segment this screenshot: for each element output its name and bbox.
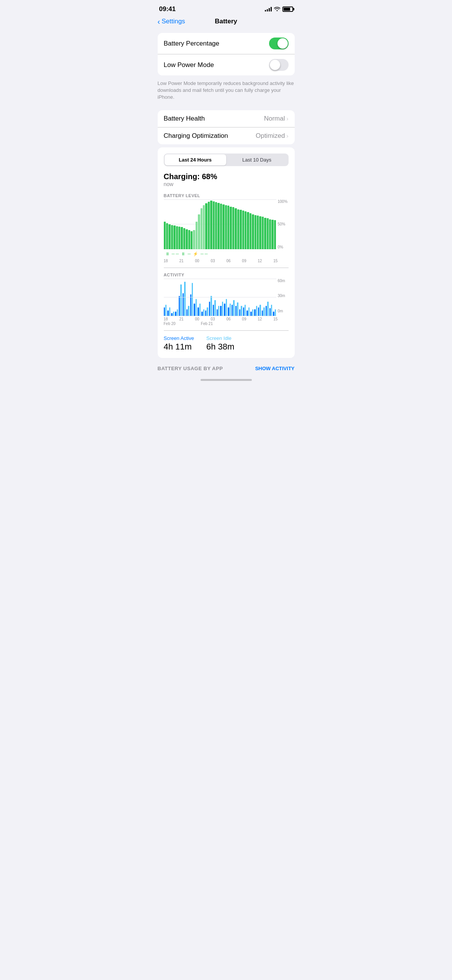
back-label: Settings [162,18,185,25]
signal-bars-icon [265,7,272,11]
charging-optimization-value: Optimized [256,132,285,140]
chevron-right-icon: › [287,115,289,122]
status-bar: 09:41 [152,0,301,16]
screen-idle-stat: Screen Idle 6h 38m [206,335,234,352]
charging-optimization-right: Optimized › [256,132,289,140]
activity-stats: Screen Active 4h 11m Screen Idle 6h 38m [164,335,289,352]
low-power-mode-toggle[interactable] [269,59,289,71]
chart-divider [164,268,289,268]
screen-idle-label: Screen Idle [206,335,234,341]
activity-x-labels: 18 21 00 03 06 09 12 15 [164,317,289,321]
activity-label: ACTIVITY [164,273,289,277]
battery-health-right: Normal › [264,115,289,122]
charging-optimization-row[interactable]: Charging Optimization Optimized › [158,127,295,144]
event-bolt-icon: ⚡ [193,252,198,256]
event-pause2-icon: ⏸ [181,252,185,256]
event-dash-icon: ─ ─ [172,252,179,256]
battery-level-label: BATTERY LEVEL [164,193,289,198]
battery-toggles-group: Battery Percentage Low Power Mode [158,33,295,75]
chart-events: ⏸ ─ ─ ⏸ ─ ⚡ ─ ─ [164,252,289,256]
battery-health-row[interactable]: Battery Health Normal › [158,110,295,127]
event-dash3-icon: ─ ─ [201,252,208,256]
battery-percentage-label: Battery Percentage [164,40,220,47]
back-chevron-icon: ‹ [158,18,160,25]
status-time: 09:41 [159,5,176,13]
event-pause-icon: ⏸ [165,252,170,256]
battery-usage-label: BATTERY USAGE BY APP [158,366,223,371]
battery-percentage-toggle[interactable] [269,38,289,49]
screen-active-stat: Screen Active 4h 11m [164,335,194,352]
charging-optimization-label: Charging Optimization [164,132,228,140]
chevron-right-icon-2: › [287,132,289,139]
charging-time: now [164,181,289,187]
screen-active-label: Screen Active [164,335,194,341]
charging-info: Charging: 68% now [164,172,289,187]
battery-health-label: Battery Health [164,115,205,122]
tab-switcher[interactable]: Last 24 Hours Last 10 Days [164,154,289,166]
battery-health-value: Normal [264,115,285,122]
tab-10d[interactable]: Last 10 Days [226,154,288,165]
battery-usage-section: BATTERY USAGE BY APP SHOW ACTIVITY [152,361,301,376]
chart-divider-2 [164,330,289,331]
date-label-feb21: Feb 21 [201,322,213,326]
activity-bars [164,282,276,316]
low-power-mode-row[interactable]: Low Power Mode [158,54,295,75]
nav-bar: ‹ Settings Battery [152,16,301,30]
status-icons [265,6,293,12]
page-title: Battery [215,18,237,25]
toggle-knob-2 [270,60,280,70]
low-power-mode-label: Low Power Mode [164,61,214,69]
date-label-feb20: Feb 20 [164,322,176,326]
battery-percentage-row[interactable]: Battery Percentage [158,33,295,54]
screen-idle-value: 6h 38m [206,342,234,352]
event-dash2-icon: ─ [188,252,191,256]
battery-x-labels: 18 21 00 03 06 09 12 15 [164,259,289,263]
back-button[interactable]: ‹ Settings [158,18,185,25]
charging-status: Charging: 68% [164,172,289,181]
screen-active-value: 4h 11m [164,342,194,352]
show-activity-button[interactable]: SHOW ACTIVITY [255,366,295,371]
home-bar [201,379,252,381]
low-power-note: Low Power Mode temporarily reduces backg… [152,78,301,107]
battery-health-group: Battery Health Normal › Charging Optimiz… [158,110,295,144]
toggle-knob [277,38,288,49]
battery-level-chart: 100% 50% 0% ⏸ ─ ─ ⏸ ─ ⚡ ─ ─ 18 21 00 03 … [164,199,289,263]
battery-bars [164,199,276,249]
battery-icon [282,7,293,12]
tab-24h[interactable]: Last 24 Hours [165,154,226,165]
wifi-icon [274,6,280,12]
chart-section: Last 24 Hours Last 10 Days Charging: 68%… [158,147,295,358]
home-indicator [152,376,301,382]
